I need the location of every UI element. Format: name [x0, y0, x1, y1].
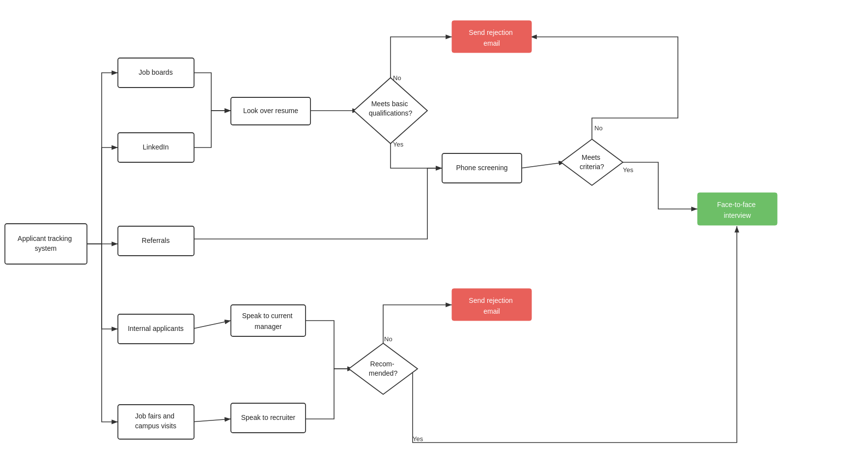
node-internal-applicants-label: Internal applicants — [128, 325, 184, 332]
arrow-phone-meetscriteria — [521, 162, 565, 168]
label-no-meetsbasic: No — [393, 74, 401, 82]
node-referrals-label: Referrals — [142, 237, 170, 244]
label-yes-recommended: Yes — [413, 435, 423, 443]
node-job-boards-label: Job boards — [139, 68, 172, 76]
arrow-recommended-reject2 — [383, 305, 452, 344]
node-send-rejection-2 — [452, 289, 532, 321]
arrow-ats-linkedin — [87, 148, 118, 244]
node-face-interview — [698, 193, 777, 225]
node-phone-screening-label: Phone screening — [456, 164, 507, 172]
arrow-meetscriteria-reject-no — [531, 37, 678, 140]
node-linkedin-label: LinkedIn — [143, 143, 169, 151]
arrow-ats-jobboards — [87, 73, 118, 244]
arrow-internal-manager — [192, 321, 231, 329]
arrow-referrals-phone — [192, 168, 442, 239]
node-speak-recruiter-label: Speak to recruiter — [241, 414, 296, 421]
flowchart: Applicant tracking system Job boards Lin… — [0, 0, 868, 475]
arrow-linkedin-resume — [192, 111, 231, 148]
node-speak-manager — [231, 305, 306, 336]
label-yes-meetsbasic: Yes — [393, 141, 404, 148]
arrow-jobboards-resume — [192, 73, 231, 111]
arrow-ats-internal — [87, 244, 118, 329]
label-yes-meetscriteria: Yes — [623, 166, 634, 174]
arrow-jobfairs-recruiter — [192, 419, 231, 422]
arrow-manager-recommended — [305, 321, 354, 369]
arrow-ats-jobfairs — [87, 244, 118, 422]
node-look-over-resume-label: Look over resume — [243, 107, 298, 115]
label-no-meetscriteria: No — [594, 124, 603, 132]
arrow-recommended-face — [413, 226, 737, 443]
node-send-rejection-1 — [452, 21, 532, 53]
arrow-recruiter-recommended — [305, 369, 354, 419]
label-no-recommended: No — [384, 335, 392, 343]
